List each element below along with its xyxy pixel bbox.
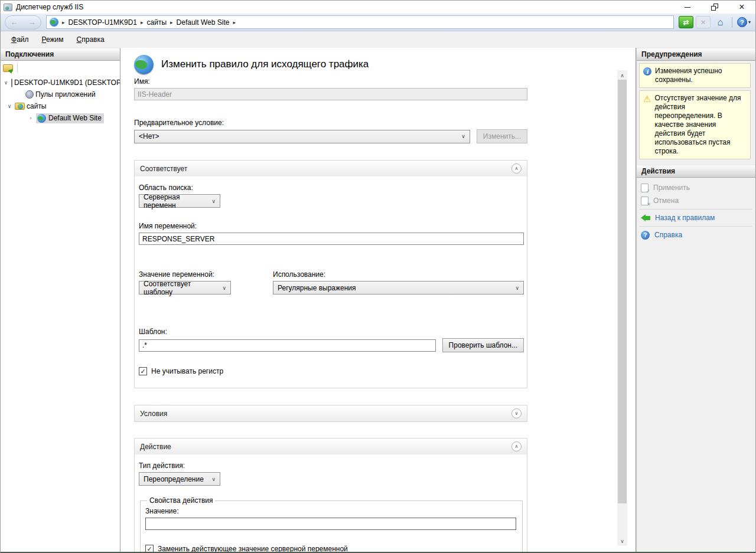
actions-header: Действия [637, 165, 755, 178]
alert-info-text: Изменения успешно сохранены. [655, 67, 747, 84]
checkbox-checked-icon[interactable]: ✓ [145, 545, 154, 552]
page-title: Изменить правило для исходящего трафика [161, 58, 369, 70]
breadcrumb[interactable]: ▸ DESKTOP-U1MK9D1 ▸ сайты ▸ Default Web … [46, 15, 674, 29]
toolbar-divider [732, 17, 732, 28]
address-bar: ← → ▸ DESKTOP-U1MK9D1 ▸ сайты ▸ Default … [1, 14, 755, 31]
help-icon: ? [737, 17, 747, 27]
back-icon[interactable]: ← [11, 18, 18, 27]
connections-toolbar [1, 61, 120, 75]
back-arrow-icon [641, 214, 650, 221]
breadcrumb-separator-icon: ▸ [170, 19, 173, 25]
pattern-input[interactable] [139, 339, 436, 352]
conditions-section-title: Условия [140, 410, 167, 418]
action-type-select[interactable]: Переопределение ∨ [139, 472, 220, 486]
variable-name-input[interactable] [139, 233, 524, 245]
alert-info: i Изменения успешно сохранены. [639, 63, 751, 88]
expand-section-icon[interactable]: ∨ [511, 408, 522, 418]
collapse-section-icon[interactable]: ∧ [511, 163, 522, 174]
breadcrumb-separator-icon: ▸ [233, 19, 236, 25]
match-section-header[interactable]: Соответствует ∧ [135, 161, 527, 176]
conditions-section-header[interactable]: Условия ∨ [135, 405, 527, 421]
create-connection-icon[interactable] [3, 64, 13, 72]
minimize-button[interactable] [674, 1, 701, 14]
menu-view[interactable]: Режим [36, 33, 70, 46]
conditions-section: Условия ∨ [134, 405, 527, 422]
back-to-rules-label: Назад к правилам [655, 214, 715, 222]
chevron-down-icon: ∨ [461, 133, 465, 139]
tree-item-label: Default Web Site [48, 114, 102, 122]
cancel-action: × Отмена [637, 194, 755, 207]
ignore-case-label: Не учитывать регистр [151, 367, 223, 375]
operand-select[interactable]: Соответствует шаблону ∨ [139, 281, 231, 295]
help-dropdown-icon: ▾ [748, 19, 751, 25]
title-bar: Диспетчер служб IIS × [1, 1, 755, 14]
restart-button[interactable]: ⇄ [679, 16, 693, 28]
chevron-down-icon: ∨ [211, 198, 216, 204]
help-icon: ? [641, 231, 650, 240]
tree-item-default-web-site[interactable]: › Default Web Site [1, 112, 120, 124]
replace-value-label: Заменить действующее значение серверной … [158, 545, 348, 552]
menu-help[interactable]: Справка [71, 33, 110, 46]
home-button[interactable]: ⌂ [713, 16, 728, 28]
forward-icon[interactable]: → [28, 18, 36, 27]
menu-file[interactable]: Файл [5, 33, 35, 46]
precondition-value: <Нет> [139, 132, 159, 140]
action-section-header[interactable]: Действие ∧ [135, 439, 527, 454]
help-action[interactable]: ? Справка [637, 228, 755, 241]
actions-list: ✓ Применить × Отмена Назад к правилам ? … [637, 178, 755, 241]
scroll-down-icon[interactable]: ∨ [617, 536, 627, 546]
breadcrumb-sites[interactable]: сайты [147, 18, 167, 27]
help-button[interactable]: ? ▾ [737, 16, 751, 28]
alert-warning: ⚠ Отсутствует значение для действия пере… [639, 90, 751, 159]
expanded-chevron-icon[interactable]: ∨ [6, 103, 13, 109]
restore-button[interactable] [701, 1, 728, 14]
tree-item-app-pools[interactable]: Пулы приложений [1, 89, 120, 100]
scope-select[interactable]: Серверная переменн ∨ [139, 194, 220, 208]
action-properties-group: Свойства действия Значение: ✓ Заменить д… [140, 496, 523, 552]
scroll-up-icon[interactable]: ∧ [617, 70, 627, 80]
breadcrumb-default-web-site[interactable]: Default Web Site [177, 18, 230, 27]
operand-value: Соответствует шаблону [144, 280, 217, 296]
breadcrumb-separator-icon: ▸ [141, 19, 144, 25]
stop-icon: × [701, 18, 706, 27]
chevron-down-icon: ∨ [515, 285, 519, 291]
toolbar-divider [17, 63, 18, 73]
breadcrumb-server[interactable]: DESKTOP-U1MK9D1 [69, 18, 137, 27]
window-title: Диспетчер служб IIS [16, 3, 83, 11]
using-select[interactable]: Регулярные выражения ∨ [273, 281, 524, 295]
tree-item-label: сайты [27, 102, 47, 110]
using-value: Регулярные выражения [278, 284, 356, 292]
match-section: Соответствует ∧ Область поиска: Серверна… [134, 160, 527, 388]
scrollbar-thumb[interactable] [618, 80, 627, 503]
match-section-title: Соответствует [140, 165, 187, 173]
apply-label: Применить [653, 184, 690, 192]
replace-value-checkbox[interactable]: ✓ Заменить действующее значение серверно… [145, 545, 516, 552]
tree-item-server[interactable]: ∨ DESKTOP-U1MK9D1 (DESKTOP [1, 77, 120, 89]
cancel-label: Отмена [653, 197, 679, 205]
variable-name-label: Имя переменной: [139, 222, 524, 230]
collapse-section-icon[interactable]: ∧ [511, 441, 522, 451]
home-icon: ⌂ [718, 17, 724, 28]
tree-item-sites[interactable]: ∨ сайты [1, 100, 120, 112]
test-pattern-button[interactable]: Проверить шаблон... [442, 338, 524, 352]
precondition-select[interactable]: <Нет> ∨ [134, 130, 470, 143]
back-to-rules-action[interactable]: Назад к правилам [637, 211, 755, 224]
expanded-chevron-icon[interactable]: ∨ [2, 80, 9, 86]
alert-warning-text: Отсутствует значение для действия переоп… [654, 94, 747, 156]
info-icon: i [643, 67, 651, 76]
precondition-label: Предварительное условие: [134, 119, 527, 127]
action-section: Действие ∧ Тип действия: Переопределение… [134, 438, 527, 552]
close-button[interactable]: × [728, 1, 755, 14]
main-panel: Изменить правило для исходящего трафика … [120, 48, 636, 552]
scope-value: Серверная переменн [144, 193, 207, 210]
menu-bar: Файл Режим Справка [1, 31, 755, 48]
collapsed-chevron-icon[interactable]: › [27, 115, 34, 121]
cancel-icon: × [641, 197, 649, 205]
checkbox-checked-icon[interactable]: ✓ [139, 367, 147, 375]
value-input[interactable] [145, 518, 516, 530]
stop-button: × [696, 16, 711, 28]
action-properties-legend: Свойства действия [147, 496, 215, 505]
ignore-case-checkbox[interactable]: ✓ Не учитывать регистр [139, 367, 524, 375]
vertical-scrollbar[interactable]: ∧ ∨ [617, 70, 627, 546]
connections-panel: Подключения ∨ DESKTOP-U1MK9D1 (DESKTOP П… [1, 48, 120, 552]
